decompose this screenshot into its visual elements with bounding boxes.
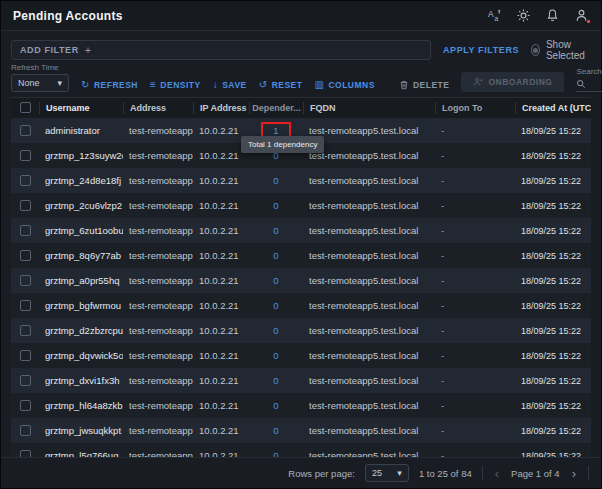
table-row[interactable]: grztmp_jwsuqkkpt test-remoteapp5.t 10.0.…: [11, 418, 591, 443]
refresh-button[interactable]: ↻ REFRESH: [81, 77, 138, 92]
table-row[interactable]: grztmp_hl64a8zkb test-remoteapp5.t 10.0.…: [11, 393, 591, 418]
column-header-logon-to[interactable]: Logon To: [435, 102, 515, 114]
table-row[interactable]: grztmp_6zut1oobu test-remoteapp5.t 10.0.…: [11, 218, 591, 243]
dependency-count[interactable]: 0: [267, 299, 284, 312]
column-header-ip-address[interactable]: IP Address: [193, 102, 249, 114]
select-all-checkbox[interactable]: [20, 102, 31, 113]
column-header-fqdn[interactable]: FQDN: [303, 102, 435, 114]
table-row[interactable]: grztmp_24d8e18fj test-remoteapp5.t 10.0.…: [11, 168, 591, 193]
onboarding-person-icon: [473, 77, 483, 87]
range-label: 1 to 25 of 84: [419, 468, 472, 479]
user-account-icon[interactable]: [574, 8, 589, 23]
row-checkbox[interactable]: [20, 425, 31, 436]
dependency-count[interactable]: 0: [267, 249, 284, 262]
dependency-count[interactable]: 0: [267, 274, 284, 287]
pending-accounts-page: Pending Accounts A a: [0, 0, 602, 489]
table-row[interactable]: grztmp_d2zbzrcpu test-remoteapp5.t 10.0.…: [11, 318, 591, 343]
rows-per-page-value: 25: [372, 468, 382, 478]
cell-ip-address: 10.0.2.21: [193, 225, 249, 236]
table-body: administrator test-remoteapp5.t 10.0.2.2…: [11, 118, 591, 457]
cell-username: grztmp_1z3suyw2o: [39, 150, 123, 161]
translate-icon[interactable]: A a: [487, 8, 502, 23]
cell-address: test-remoteapp5.t: [123, 300, 193, 311]
refresh-time-select[interactable]: None ▾: [11, 74, 69, 92]
row-checkbox[interactable]: [20, 375, 31, 386]
cell-address: test-remoteapp5.t: [123, 175, 193, 186]
cell-address: test-remoteapp5.t: [123, 350, 193, 361]
search-input[interactable]: [590, 77, 601, 90]
cell-address: test-remoteapp5.t: [123, 375, 193, 386]
show-selected-control: Show Selected: [531, 39, 591, 61]
apply-filters-button[interactable]: APPLY FILTERS: [443, 45, 519, 55]
dependency-count[interactable]: 0: [267, 324, 284, 337]
save-button[interactable]: ↓ SAVE: [213, 77, 247, 92]
cell-ip-address: 10.0.2.21: [193, 425, 249, 436]
dependency-count[interactable]: 0: [267, 449, 284, 457]
row-checkbox[interactable]: [20, 400, 31, 411]
cell-username: grztmp_d2zbzrcpu: [39, 325, 123, 336]
cell-created-at: 18/09/25 15:22: [515, 376, 591, 386]
row-checkbox[interactable]: [20, 275, 31, 286]
row-checkbox[interactable]: [20, 250, 31, 261]
column-header-username[interactable]: Username: [39, 102, 123, 114]
onboarding-button[interactable]: ONBOARDING: [461, 72, 564, 92]
column-header-address[interactable]: Address: [123, 102, 193, 114]
cell-created-at: 18/09/25 15:22: [515, 226, 591, 236]
cell-logon-to: -: [435, 225, 515, 236]
dependency-count[interactable]: 0: [267, 224, 284, 237]
row-checkbox[interactable]: [20, 450, 31, 457]
dependency-count[interactable]: 0: [267, 199, 284, 212]
cell-ip-address: 10.0.2.21: [193, 275, 249, 286]
rows-per-page-select[interactable]: 25 ▾: [365, 464, 409, 482]
cell-logon-to: -: [435, 450, 515, 457]
row-checkbox[interactable]: [20, 225, 31, 236]
table-row[interactable]: grztmp_bgfwrmou test-remoteapp5.t 10.0.2…: [11, 293, 591, 318]
table-row[interactable]: grztmp_a0pr55hq test-remoteapp5.t 10.0.2…: [11, 268, 591, 293]
next-page-button[interactable]: ›: [570, 467, 578, 480]
refresh-time-value: None: [18, 78, 40, 88]
page-label: Page 1 of 4: [511, 468, 560, 479]
column-header-dependencies[interactable]: Depender...: [249, 102, 303, 114]
row-checkbox[interactable]: [20, 200, 31, 211]
dependency-count[interactable]: 0: [267, 399, 284, 412]
cell-logon-to: -: [435, 350, 515, 361]
row-checkbox[interactable]: [20, 300, 31, 311]
cell-created-at: 18/09/25 15:22: [515, 426, 591, 436]
table-row[interactable]: grztmp_dqvwick5o test-remoteapp5.t 10.0.…: [11, 343, 591, 368]
delete-button[interactable]: DELETE: [399, 78, 450, 92]
dependency-count[interactable]: 0: [267, 424, 284, 437]
previous-page-button[interactable]: ‹: [493, 467, 501, 480]
cell-username: grztmp_6zut1oobu: [39, 225, 123, 236]
notifications-bell-icon[interactable]: [545, 8, 560, 23]
columns-icon: ▥: [314, 79, 324, 90]
save-icon: ↓: [213, 79, 219, 90]
table-row[interactable]: grztmp_2cu6vlzp2 test-remoteapp5.t 10.0.…: [11, 193, 591, 218]
cell-username: grztmp_jwsuqkkpt: [39, 425, 123, 436]
theme-icon[interactable]: [516, 8, 531, 23]
row-checkbox[interactable]: [20, 350, 31, 361]
cell-ip-address: 10.0.2.21: [193, 125, 249, 136]
table-row[interactable]: grztmp_l5q766ug test-remoteapp5.t 10.0.2…: [11, 443, 591, 457]
density-button[interactable]: ≡ DENSITY: [150, 77, 201, 92]
cell-address: test-remoteapp5.t: [123, 150, 193, 161]
row-checkbox[interactable]: [20, 175, 31, 186]
cell-logon-to: -: [435, 275, 515, 286]
show-selected-toggle[interactable]: [531, 44, 540, 56]
table-row[interactable]: grztmp_dxvi1fx3h test-remoteapp5.t 10.0.…: [11, 368, 591, 393]
reset-button[interactable]: ↺ RESET: [259, 77, 303, 92]
dependency-count[interactable]: 0: [267, 174, 284, 187]
table-row[interactable]: grztmp_8q6y77ab test-remoteapp5.t 10.0.2…: [11, 243, 591, 268]
row-checkbox[interactable]: [20, 325, 31, 336]
cell-logon-to: -: [435, 425, 515, 436]
dependency-count[interactable]: 0: [267, 349, 284, 362]
row-checkbox[interactable]: [20, 125, 31, 136]
column-header-created-at[interactable]: Created At (UTC+...: [515, 102, 591, 114]
cell-ip-address: 10.0.2.21: [193, 350, 249, 361]
columns-button[interactable]: ▥ COLUMNS: [314, 77, 374, 92]
add-filter-button[interactable]: ADD FILTER +: [11, 40, 431, 60]
cell-logon-to: -: [435, 200, 515, 211]
dependency-count[interactable]: 0: [267, 374, 284, 387]
cell-fqdn: test-remoteapp5.test.local: [303, 125, 435, 136]
cell-logon-to: -: [435, 375, 515, 386]
row-checkbox[interactable]: [20, 150, 31, 161]
